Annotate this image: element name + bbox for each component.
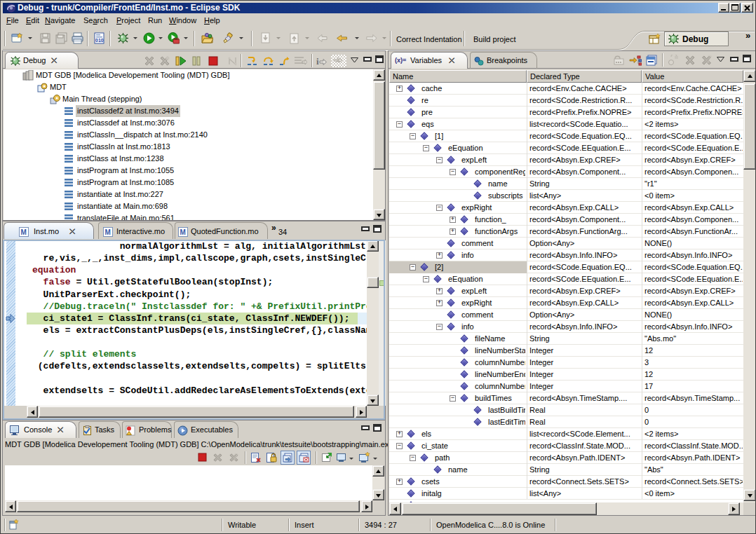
svg-text:M: M — [180, 228, 186, 236]
svg-text:i: i — [316, 56, 319, 67]
svg-text:M: M — [21, 228, 27, 236]
svg-text:010: 010 — [95, 38, 104, 43]
svg-text:M: M — [105, 228, 111, 236]
